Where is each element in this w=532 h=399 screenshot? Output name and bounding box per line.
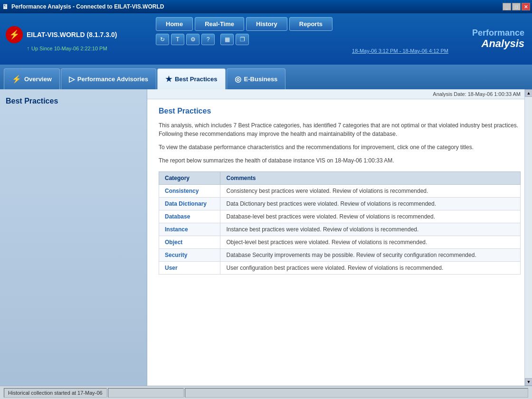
tabs-row: ⚡ Overview ▷ Performance Advisories ★ Be… — [0, 65, 532, 89]
title-bar-left: 🖥 Performance Analysis - Connected to EI… — [2, 3, 164, 10]
table-row: ConsistencyConsistency best practices we… — [159, 185, 521, 198]
comment-cell: Consistency best practices were violated… — [220, 185, 521, 198]
brand-area: ⚡ EILAT-VIS.WORLD (8.1.7.3.0) ↑ Up Since… — [0, 13, 152, 65]
nav-area: Home Real-Time History Reports ↻ T ⚙ ? ▦… — [152, 13, 456, 65]
brand-status-text: Up Since 10-May-06 2:22:10 PM — [31, 46, 107, 51]
category-link-consistency[interactable]: Consistency — [165, 188, 199, 194]
brand-icon: ⚡ — [6, 26, 23, 43]
table-row: UserUser configuration best practices we… — [159, 262, 521, 275]
tab-best-practices-label: Best Practices — [175, 76, 218, 83]
maximize-button[interactable]: □ — [512, 3, 521, 10]
pa-logo: Performance Analysis — [456, 13, 532, 65]
table-header-row: Category Comments — [159, 172, 521, 185]
uptime-icon: ↑ — [27, 45, 29, 52]
scroll-down-button[interactable]: ▼ — [525, 378, 532, 386]
table-row: DatabaseDatabase-level best practices we… — [159, 210, 521, 223]
title-bar: 🖥 Performance Analysis - Connected to EI… — [0, 0, 532, 13]
col-header-category: Category — [159, 172, 220, 185]
bp-title: Best Practices — [159, 107, 521, 115]
pa-logo-line2: Analysis — [482, 38, 525, 49]
comment-cell: User configuration best practices were v… — [220, 262, 521, 275]
display-button[interactable]: ▦ — [220, 34, 234, 45]
status-bar: Historical collection started at 17-May-… — [0, 386, 532, 399]
home-button[interactable]: Home — [156, 17, 193, 31]
scrollbar[interactable]: ▲ ▼ — [524, 89, 532, 386]
tab-performance-advisories[interactable]: ▷ Performance Advisories — [61, 68, 156, 89]
brand-top: ⚡ EILAT-VIS.WORLD (8.1.7.3.0) — [6, 26, 146, 43]
category-link-object[interactable]: Object — [165, 239, 182, 246]
reports-button[interactable]: Reports — [289, 17, 332, 31]
tab-e-business-label: E-Business — [244, 76, 278, 83]
status-segment-2 — [108, 388, 184, 398]
table-body: ConsistencyConsistency best practices we… — [159, 185, 521, 275]
content-wrapper: Best Practices Analysis Date: 18-May-06 … — [0, 89, 532, 386]
brand-status: ↑ Up Since 10-May-06 2:22:10 PM — [27, 45, 146, 52]
toolbar-row: ↻ T ⚙ ? ▦ ❐ — [156, 34, 452, 45]
col-header-comments: Comments — [220, 172, 521, 185]
minimize-button[interactable]: _ — [503, 3, 511, 10]
best-practices-table: Category Comments ConsistencyConsistency… — [159, 171, 521, 275]
tab-overview[interactable]: ⚡ Overview — [4, 68, 60, 89]
table-row: Data DictionaryData Dictionary best prac… — [159, 198, 521, 210]
status-text-1: Historical collection started at 17-May-… — [8, 390, 103, 396]
main-toolbar: ⚡ EILAT-VIS.WORLD (8.1.7.3.0) ↑ Up Since… — [0, 13, 532, 65]
perf-adv-tab-icon: ▷ — [69, 75, 75, 84]
datetime-range[interactable]: 18-May-06 3:12 PM - 18-May-06 4:12 PM — [156, 48, 452, 54]
pa-logo-line1: Performance — [472, 28, 524, 38]
settings-button[interactable]: ⚙ — [186, 34, 200, 45]
table-row: InstanceInstance best practices were vio… — [159, 223, 521, 236]
category-link-instance[interactable]: Instance — [165, 226, 188, 233]
comment-cell: Database-level best practices were viola… — [220, 210, 521, 223]
analysis-date-text: Analysis Date: 18-May-06 1:00:33 AM — [433, 91, 521, 97]
overview-tab-icon: ⚡ — [12, 75, 21, 84]
title-bar-controls: _ □ ✕ — [503, 3, 530, 10]
tab-e-business[interactable]: ◎ E-Business — [227, 68, 286, 89]
close-button[interactable]: ✕ — [522, 3, 530, 10]
bp-description-1: This analysis, which includes 7 Best Pra… — [159, 121, 521, 138]
tab-perf-adv-label: Performance Advisories — [77, 76, 148, 83]
comment-cell: Object-level best practices were violate… — [220, 236, 521, 249]
analysis-date-bar: Analysis Date: 18-May-06 1:00:33 AM — [147, 89, 532, 99]
nav-buttons: Home Real-Time History Reports — [156, 17, 452, 31]
bp-description-3: The report below summarizes the health o… — [159, 156, 521, 165]
main-content: Analysis Date: 18-May-06 1:00:33 AM Best… — [147, 89, 532, 386]
content-inner: Best Practices This analysis, which incl… — [147, 99, 532, 282]
comment-cell: Database Security improvements may be po… — [220, 249, 521, 262]
tab-overview-label: Overview — [24, 76, 52, 83]
comment-cell: Instance best practices were violated. R… — [220, 223, 521, 236]
realtime-button[interactable]: Real-Time — [195, 17, 244, 31]
best-practices-tab-icon: ★ — [165, 75, 172, 84]
refresh-button[interactable]: ↻ — [156, 34, 169, 45]
help-button[interactable]: ? — [201, 34, 215, 45]
sidebar: Best Practices — [0, 89, 147, 386]
status-segment-1: Historical collection started at 17-May-… — [4, 388, 107, 398]
window-title: Performance Analysis - Connected to EILA… — [11, 3, 164, 10]
category-link-user[interactable]: User — [165, 265, 178, 271]
category-link-data-dictionary[interactable]: Data Dictionary — [165, 200, 207, 207]
e-biz-tab-icon: ◎ — [235, 75, 241, 84]
brand-name: EILAT-VIS.WORLD (8.1.7.3.0) — [27, 31, 117, 38]
history-button[interactable]: History — [246, 17, 287, 31]
window-button[interactable]: ❐ — [236, 34, 249, 45]
category-link-security[interactable]: Security — [165, 252, 187, 258]
table-row: SecurityDatabase Security improvements m… — [159, 249, 521, 262]
scroll-up-button[interactable]: ▲ — [525, 89, 532, 97]
time-button[interactable]: T — [171, 34, 184, 45]
bp-description-2: To view the database performance charact… — [159, 143, 521, 152]
sidebar-title: Best Practices — [6, 97, 141, 105]
category-link-database[interactable]: Database — [165, 213, 190, 220]
tab-best-practices[interactable]: ★ Best Practices — [157, 68, 226, 89]
comment-cell: Data Dictionary best practices were viol… — [220, 198, 521, 210]
table-row: ObjectObject-level best practices were v… — [159, 236, 521, 249]
lightning-icon: ⚡ — [9, 29, 19, 40]
status-segment-3 — [185, 388, 528, 398]
